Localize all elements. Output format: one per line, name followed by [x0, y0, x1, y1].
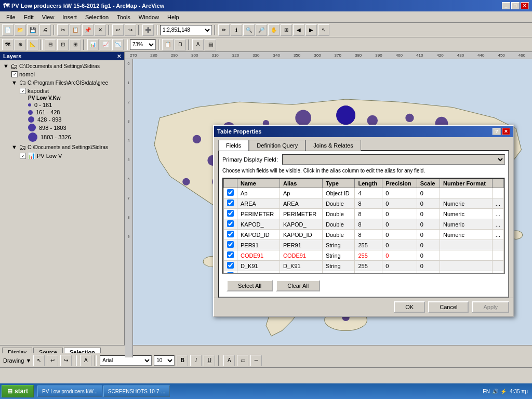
lang-indicator: EN — [483, 389, 490, 394]
fields-table: Name Alias Type Length Precision Scale N… — [223, 179, 504, 274]
table-row[interactable]: NAME91 NAME91 String 255 0 0 — [224, 271, 504, 274]
row-checkbox[interactable] — [224, 261, 237, 271]
table-header-row: Name Alias Type Length Precision Scale N… — [224, 179, 504, 188]
row-checkbox[interactable] — [224, 250, 237, 261]
row-name: AREA — [237, 198, 280, 209]
row-alias[interactable]: Ap — [280, 188, 322, 198]
taskbar-item-arcmap[interactable]: PV Low producers kW... — [37, 385, 102, 397]
fields-table-body: Ap Ap Object ID 4 0 0 AREA AREA Double 8… — [224, 188, 504, 274]
row-checkbox[interactable] — [224, 230, 237, 240]
row-name: D_K91 — [237, 261, 280, 271]
start-label: start — [15, 388, 28, 395]
col-more — [492, 179, 503, 188]
tab-definition-query[interactable]: Definition Query — [249, 140, 305, 151]
tray-icons: EN 🔊 ⚡ — [483, 389, 507, 394]
row-format: Numeric — [440, 209, 492, 219]
row-more[interactable]: ... — [492, 198, 503, 209]
row-format — [440, 261, 492, 271]
row-length: 8 — [355, 230, 382, 240]
row-precision: 0 — [382, 219, 417, 230]
table-row[interactable]: PERIMETER PERIMETER Double 8 0 0 Numeric… — [224, 209, 504, 219]
row-scale: 0 — [417, 250, 440, 261]
ok-button[interactable]: OK — [394, 301, 425, 313]
row-type: Double — [322, 198, 355, 209]
row-alias[interactable]: PERIMETER — [280, 209, 322, 219]
tray-icon-1: 🔊 — [492, 389, 498, 394]
row-length: 255 — [355, 271, 382, 274]
col-type: Type — [322, 179, 355, 188]
row-checkbox[interactable] — [224, 240, 237, 250]
row-precision: 0 — [382, 188, 417, 198]
table-properties-dialog: Table Properties ? ✕ Fields Definition Q… — [213, 125, 514, 317]
row-checkbox[interactable] — [224, 209, 237, 219]
row-scale: 0 — [417, 230, 440, 240]
row-length: 255 — [355, 261, 382, 271]
row-more[interactable] — [492, 250, 503, 261]
row-scale: 0 — [417, 261, 440, 271]
row-checkbox[interactable] — [224, 198, 237, 209]
row-alias[interactable]: KAPOD_ID — [280, 230, 322, 240]
row-precision: 0 — [382, 271, 417, 274]
row-more[interactable] — [492, 240, 503, 250]
row-more[interactable] — [492, 188, 503, 198]
row-more[interactable]: ... — [492, 209, 503, 219]
row-type: Double — [322, 219, 355, 230]
row-more[interactable] — [492, 261, 503, 271]
dialog-help-btn[interactable]: ? — [493, 128, 501, 135]
clear-all-button[interactable]: Clear All — [276, 280, 320, 291]
row-alias[interactable]: PER91 — [280, 240, 322, 250]
row-checkbox[interactable] — [224, 219, 237, 230]
table-row[interactable]: CODE91 CODE91 String 255 0 0 — [224, 250, 504, 261]
row-type: String — [322, 240, 355, 250]
row-type: String — [322, 271, 355, 274]
primary-display-field-select[interactable] — [282, 154, 505, 165]
taskbar-item-screenshots[interactable]: SCREENSHOTS 10-7-... — [103, 385, 170, 397]
row-precision: 0 — [382, 198, 417, 209]
row-alias[interactable]: D_K91 — [280, 261, 322, 271]
select-all-button[interactable]: Select All — [227, 280, 273, 291]
taskbar-screenshots-label: SCREENSHOTS 10-7-... — [108, 389, 166, 394]
row-format — [440, 250, 492, 261]
row-alias[interactable]: AREA — [280, 198, 322, 209]
main-window: 🗺 PV Low producers kW 15-6-2012 fig1 - A… — [0, 0, 532, 383]
row-checkbox[interactable] — [224, 271, 237, 274]
row-type: String — [322, 250, 355, 261]
row-alias[interactable]: CODE91 — [280, 250, 322, 261]
row-name: NAME91 — [237, 271, 280, 274]
table-row[interactable]: AREA AREA Double 8 0 0 Numeric ... — [224, 198, 504, 209]
table-row[interactable]: Ap Ap Object ID 4 0 0 — [224, 188, 504, 198]
table-row[interactable]: D_K91 D_K91 String 255 0 0 — [224, 261, 504, 271]
table-row[interactable]: KAPOD_ KAPOD_ Double 8 0 0 Numeric ... — [224, 219, 504, 230]
row-alias[interactable]: NAME91 — [280, 271, 322, 274]
apply-button[interactable]: Apply — [472, 301, 509, 313]
table-row[interactable]: KAPOD_ID KAPOD_ID Double 8 0 0 Numeric .… — [224, 230, 504, 240]
taskbar: ⊞ start PV Low producers kW... SCREENSHO… — [0, 383, 532, 399]
clock: 4:35 πμ — [510, 389, 528, 394]
start-button[interactable]: ⊞ start — [2, 385, 34, 397]
row-more[interactable] — [492, 271, 503, 274]
cancel-button[interactable]: Cancel — [428, 301, 469, 313]
tab-fields[interactable]: Fields — [218, 140, 249, 151]
taskbar-right: EN 🔊 ⚡ 4:35 πμ — [478, 389, 532, 394]
tab-joins-relates[interactable]: Joins & Relates — [305, 140, 361, 151]
taskbar-items: PV Low producers kW... SCREENSHOTS 10-7-… — [35, 385, 478, 397]
row-type: Double — [322, 230, 355, 240]
dialog-close-btn[interactable]: ✕ — [502, 128, 510, 135]
col-format: Number Format — [440, 179, 492, 188]
row-length: 8 — [355, 209, 382, 219]
row-length: 8 — [355, 219, 382, 230]
row-length: 255 — [355, 240, 382, 250]
dialog-tab-container: Fields Definition Query Joins & Relates … — [214, 137, 513, 298]
row-more[interactable]: ... — [492, 219, 503, 230]
row-type: Double — [322, 209, 355, 219]
primary-display-field-row: Primary Display Field: — [222, 154, 505, 165]
row-checkbox[interactable] — [224, 188, 237, 198]
dialog-title-buttons: ? ✕ — [493, 128, 510, 135]
row-alias[interactable]: KAPOD_ — [280, 219, 322, 230]
row-more[interactable]: ... — [492, 230, 503, 240]
row-format: Numeric — [440, 219, 492, 230]
table-row[interactable]: PER91 PER91 String 255 0 0 — [224, 240, 504, 250]
row-scale: 0 — [417, 198, 440, 209]
col-length: Length — [355, 179, 382, 188]
col-check — [224, 179, 237, 188]
